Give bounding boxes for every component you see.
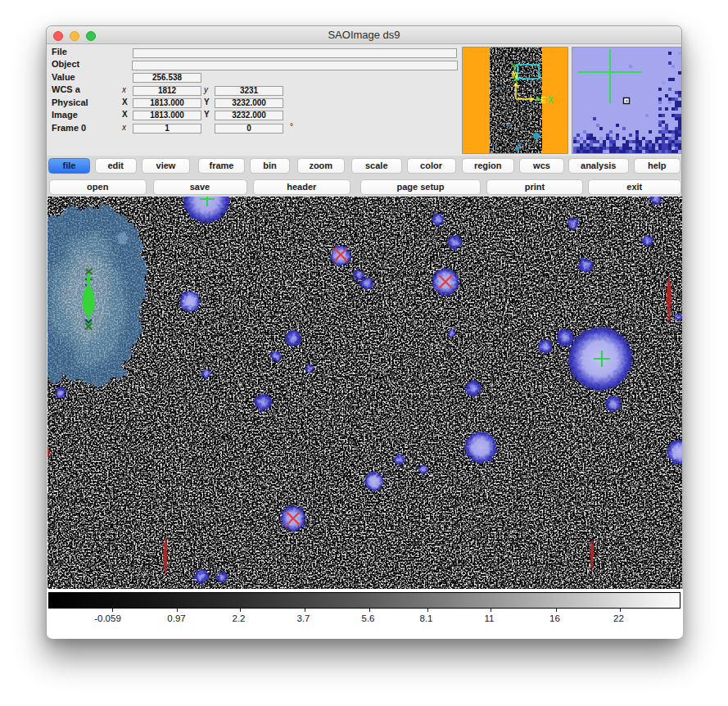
svg-text:E: E bbox=[540, 96, 546, 105]
svg-text:X: X bbox=[548, 96, 554, 105]
svg-text:N: N bbox=[512, 71, 518, 80]
